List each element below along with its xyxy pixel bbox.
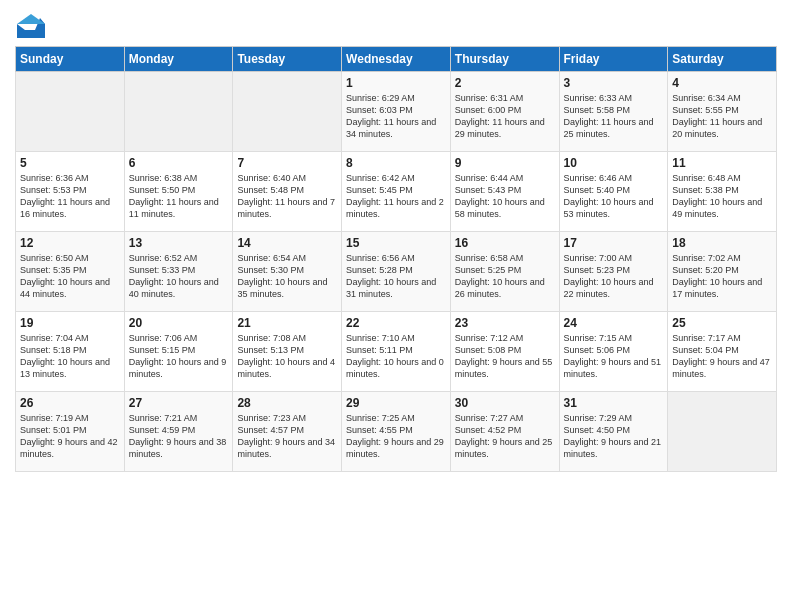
logo bbox=[15, 10, 45, 38]
day-info: Sunrise: 7:15 AM Sunset: 5:06 PM Dayligh… bbox=[564, 332, 664, 381]
day-info: Sunrise: 6:33 AM Sunset: 5:58 PM Dayligh… bbox=[564, 92, 664, 141]
day-cell: 18 Sunrise: 7:02 AM Sunset: 5:20 PM Dayl… bbox=[668, 232, 777, 312]
day-number: 18 bbox=[672, 236, 772, 250]
day-info: Sunrise: 7:02 AM Sunset: 5:20 PM Dayligh… bbox=[672, 252, 772, 301]
day-cell: 7 Sunrise: 6:40 AM Sunset: 5:48 PM Dayli… bbox=[233, 152, 342, 232]
week-row-1: 5 Sunrise: 6:36 AM Sunset: 5:53 PM Dayli… bbox=[16, 152, 777, 232]
col-header-monday: Monday bbox=[124, 47, 233, 72]
day-cell: 12 Sunrise: 6:50 AM Sunset: 5:35 PM Dayl… bbox=[16, 232, 125, 312]
col-header-saturday: Saturday bbox=[668, 47, 777, 72]
day-number: 20 bbox=[129, 316, 229, 330]
day-info: Sunrise: 6:36 AM Sunset: 5:53 PM Dayligh… bbox=[20, 172, 120, 221]
day-info: Sunrise: 6:38 AM Sunset: 5:50 PM Dayligh… bbox=[129, 172, 229, 221]
day-cell: 21 Sunrise: 7:08 AM Sunset: 5:13 PM Dayl… bbox=[233, 312, 342, 392]
day-cell bbox=[233, 72, 342, 152]
day-cell: 23 Sunrise: 7:12 AM Sunset: 5:08 PM Dayl… bbox=[450, 312, 559, 392]
col-header-wednesday: Wednesday bbox=[342, 47, 451, 72]
day-number: 19 bbox=[20, 316, 120, 330]
day-number: 16 bbox=[455, 236, 555, 250]
day-info: Sunrise: 7:25 AM Sunset: 4:55 PM Dayligh… bbox=[346, 412, 446, 461]
logo-icon bbox=[17, 10, 45, 38]
page-container: SundayMondayTuesdayWednesdayThursdayFrid… bbox=[0, 0, 792, 612]
day-cell: 25 Sunrise: 7:17 AM Sunset: 5:04 PM Dayl… bbox=[668, 312, 777, 392]
header bbox=[15, 10, 777, 38]
day-number: 13 bbox=[129, 236, 229, 250]
day-number: 31 bbox=[564, 396, 664, 410]
day-cell: 29 Sunrise: 7:25 AM Sunset: 4:55 PM Dayl… bbox=[342, 392, 451, 472]
day-cell: 26 Sunrise: 7:19 AM Sunset: 5:01 PM Dayl… bbox=[16, 392, 125, 472]
day-cell: 1 Sunrise: 6:29 AM Sunset: 6:03 PM Dayli… bbox=[342, 72, 451, 152]
day-info: Sunrise: 6:52 AM Sunset: 5:33 PM Dayligh… bbox=[129, 252, 229, 301]
day-cell: 8 Sunrise: 6:42 AM Sunset: 5:45 PM Dayli… bbox=[342, 152, 451, 232]
day-number: 15 bbox=[346, 236, 446, 250]
day-number: 30 bbox=[455, 396, 555, 410]
day-info: Sunrise: 7:19 AM Sunset: 5:01 PM Dayligh… bbox=[20, 412, 120, 461]
day-info: Sunrise: 7:29 AM Sunset: 4:50 PM Dayligh… bbox=[564, 412, 664, 461]
week-row-3: 19 Sunrise: 7:04 AM Sunset: 5:18 PM Dayl… bbox=[16, 312, 777, 392]
day-cell: 9 Sunrise: 6:44 AM Sunset: 5:43 PM Dayli… bbox=[450, 152, 559, 232]
day-info: Sunrise: 6:44 AM Sunset: 5:43 PM Dayligh… bbox=[455, 172, 555, 221]
day-number: 6 bbox=[129, 156, 229, 170]
day-number: 2 bbox=[455, 76, 555, 90]
day-cell: 10 Sunrise: 6:46 AM Sunset: 5:40 PM Dayl… bbox=[559, 152, 668, 232]
day-cell: 28 Sunrise: 7:23 AM Sunset: 4:57 PM Dayl… bbox=[233, 392, 342, 472]
day-info: Sunrise: 7:00 AM Sunset: 5:23 PM Dayligh… bbox=[564, 252, 664, 301]
day-number: 5 bbox=[20, 156, 120, 170]
day-cell: 13 Sunrise: 6:52 AM Sunset: 5:33 PM Dayl… bbox=[124, 232, 233, 312]
day-info: Sunrise: 6:40 AM Sunset: 5:48 PM Dayligh… bbox=[237, 172, 337, 221]
day-number: 4 bbox=[672, 76, 772, 90]
week-row-0: 1 Sunrise: 6:29 AM Sunset: 6:03 PM Dayli… bbox=[16, 72, 777, 152]
day-number: 8 bbox=[346, 156, 446, 170]
day-cell: 15 Sunrise: 6:56 AM Sunset: 5:28 PM Dayl… bbox=[342, 232, 451, 312]
day-cell: 19 Sunrise: 7:04 AM Sunset: 5:18 PM Dayl… bbox=[16, 312, 125, 392]
day-info: Sunrise: 6:42 AM Sunset: 5:45 PM Dayligh… bbox=[346, 172, 446, 221]
day-info: Sunrise: 6:46 AM Sunset: 5:40 PM Dayligh… bbox=[564, 172, 664, 221]
day-number: 9 bbox=[455, 156, 555, 170]
day-cell bbox=[668, 392, 777, 472]
day-number: 23 bbox=[455, 316, 555, 330]
day-number: 28 bbox=[237, 396, 337, 410]
day-number: 21 bbox=[237, 316, 337, 330]
day-cell: 4 Sunrise: 6:34 AM Sunset: 5:55 PM Dayli… bbox=[668, 72, 777, 152]
day-info: Sunrise: 6:31 AM Sunset: 6:00 PM Dayligh… bbox=[455, 92, 555, 141]
day-number: 22 bbox=[346, 316, 446, 330]
day-cell: 6 Sunrise: 6:38 AM Sunset: 5:50 PM Dayli… bbox=[124, 152, 233, 232]
day-cell: 16 Sunrise: 6:58 AM Sunset: 5:25 PM Dayl… bbox=[450, 232, 559, 312]
day-cell: 31 Sunrise: 7:29 AM Sunset: 4:50 PM Dayl… bbox=[559, 392, 668, 472]
day-cell: 17 Sunrise: 7:00 AM Sunset: 5:23 PM Dayl… bbox=[559, 232, 668, 312]
day-info: Sunrise: 7:08 AM Sunset: 5:13 PM Dayligh… bbox=[237, 332, 337, 381]
day-number: 26 bbox=[20, 396, 120, 410]
day-number: 29 bbox=[346, 396, 446, 410]
col-header-friday: Friday bbox=[559, 47, 668, 72]
day-info: Sunrise: 6:50 AM Sunset: 5:35 PM Dayligh… bbox=[20, 252, 120, 301]
day-number: 10 bbox=[564, 156, 664, 170]
col-header-sunday: Sunday bbox=[16, 47, 125, 72]
day-info: Sunrise: 6:54 AM Sunset: 5:30 PM Dayligh… bbox=[237, 252, 337, 301]
day-number: 12 bbox=[20, 236, 120, 250]
week-row-2: 12 Sunrise: 6:50 AM Sunset: 5:35 PM Dayl… bbox=[16, 232, 777, 312]
day-info: Sunrise: 7:04 AM Sunset: 5:18 PM Dayligh… bbox=[20, 332, 120, 381]
day-info: Sunrise: 7:10 AM Sunset: 5:11 PM Dayligh… bbox=[346, 332, 446, 381]
day-cell: 30 Sunrise: 7:27 AM Sunset: 4:52 PM Dayl… bbox=[450, 392, 559, 472]
day-cell: 14 Sunrise: 6:54 AM Sunset: 5:30 PM Dayl… bbox=[233, 232, 342, 312]
day-info: Sunrise: 7:06 AM Sunset: 5:15 PM Dayligh… bbox=[129, 332, 229, 381]
day-number: 1 bbox=[346, 76, 446, 90]
day-number: 27 bbox=[129, 396, 229, 410]
col-header-thursday: Thursday bbox=[450, 47, 559, 72]
day-number: 11 bbox=[672, 156, 772, 170]
day-number: 14 bbox=[237, 236, 337, 250]
day-info: Sunrise: 6:56 AM Sunset: 5:28 PM Dayligh… bbox=[346, 252, 446, 301]
day-cell: 22 Sunrise: 7:10 AM Sunset: 5:11 PM Dayl… bbox=[342, 312, 451, 392]
day-cell: 3 Sunrise: 6:33 AM Sunset: 5:58 PM Dayli… bbox=[559, 72, 668, 152]
day-info: Sunrise: 7:23 AM Sunset: 4:57 PM Dayligh… bbox=[237, 412, 337, 461]
day-cell: 24 Sunrise: 7:15 AM Sunset: 5:06 PM Dayl… bbox=[559, 312, 668, 392]
day-info: Sunrise: 7:17 AM Sunset: 5:04 PM Dayligh… bbox=[672, 332, 772, 381]
day-cell: 2 Sunrise: 6:31 AM Sunset: 6:00 PM Dayli… bbox=[450, 72, 559, 152]
day-cell: 20 Sunrise: 7:06 AM Sunset: 5:15 PM Dayl… bbox=[124, 312, 233, 392]
day-info: Sunrise: 7:12 AM Sunset: 5:08 PM Dayligh… bbox=[455, 332, 555, 381]
day-cell: 27 Sunrise: 7:21 AM Sunset: 4:59 PM Dayl… bbox=[124, 392, 233, 472]
day-info: Sunrise: 7:27 AM Sunset: 4:52 PM Dayligh… bbox=[455, 412, 555, 461]
day-info: Sunrise: 6:34 AM Sunset: 5:55 PM Dayligh… bbox=[672, 92, 772, 141]
day-cell: 5 Sunrise: 6:36 AM Sunset: 5:53 PM Dayli… bbox=[16, 152, 125, 232]
day-cell bbox=[124, 72, 233, 152]
